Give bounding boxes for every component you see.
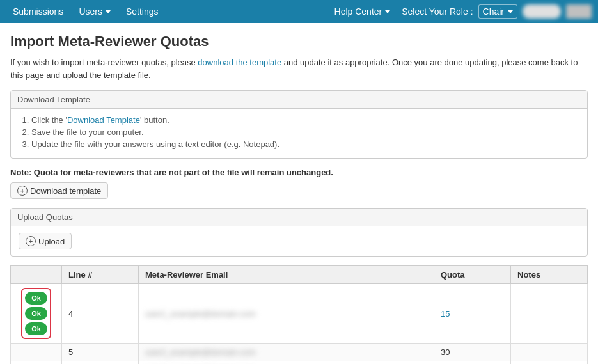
users-nav[interactable]: Users (72, 3, 117, 20)
quotas-table: Line # Meta-Reviewer Email Quota Notes O… (10, 265, 588, 364)
intro-text: If you wish to import meta-reviewer quot… (10, 56, 588, 81)
table-row: Ok Ok Ok 4 user1_example@domain.com 15 (11, 284, 588, 344)
role-dropdown[interactable]: Chair (478, 4, 517, 19)
settings-nav[interactable]: Settings (120, 3, 165, 20)
help-center-nav[interactable]: Help Center (328, 3, 397, 20)
upload-quotas-body: + Upload (11, 226, 587, 256)
quota-cell-3: 20 (434, 361, 511, 365)
status-cell-3 (11, 361, 62, 365)
quota-cell-1: 15 (434, 284, 511, 344)
col-status (11, 266, 62, 284)
notes-cell-2 (511, 344, 588, 361)
main-content: Import Meta-Reviewer Quotas If you wish … (0, 23, 598, 364)
navbar: Submissions Users Settings Help Center S… (0, 0, 598, 23)
ok-badge-wrapper: Ok Ok Ok (21, 288, 51, 339)
col-line: Line # (62, 266, 139, 284)
logout-button[interactable] (566, 4, 592, 19)
download-template-button[interactable]: + Download template (10, 182, 108, 199)
table-body: Ok Ok Ok 4 user1_example@domain.com 15 5… (11, 284, 588, 365)
download-template-panel: Download Template Click the 'Download Te… (10, 90, 588, 159)
table-row: 6 user3_example@domain.com 20 (11, 361, 588, 365)
table-row: 5 user2_example@domain.com 30 (11, 344, 588, 361)
instruction-item: Click the 'Download Template' button. (31, 115, 579, 125)
instruction-item: Update the file with your answers using … (31, 139, 579, 149)
instructions-list: Click the 'Download Template' button. Sa… (31, 115, 579, 149)
upload-circle-icon: + (26, 236, 36, 246)
select-role-label: Select Your Role : (402, 6, 473, 17)
download-template-body: Click the 'Download Template' button. Sa… (11, 109, 587, 158)
ok-badge-2: Ok (25, 307, 47, 320)
download-template-header: Download Template (11, 91, 587, 109)
line-cell-1: 4 (62, 284, 139, 344)
notes-cell-3 (511, 361, 588, 365)
table-header-row: Line # Meta-Reviewer Email Quota Notes (11, 266, 588, 284)
users-caret-icon (106, 10, 111, 13)
line-cell-2: 5 (62, 344, 139, 361)
page-title: Import Meta-Reviewer Quotas (10, 33, 588, 50)
download-link[interactable]: download the template (198, 58, 281, 67)
table-head: Line # Meta-Reviewer Email Quota Notes (11, 266, 588, 284)
email-cell-3: user3_example@domain.com (139, 361, 434, 365)
email-cell-2: user2_example@domain.com (139, 344, 434, 361)
quota-cell-2: 30 (434, 344, 511, 361)
col-notes: Notes (511, 266, 588, 284)
submissions-nav[interactable]: Submissions (6, 3, 70, 20)
line-cell-3: 6 (62, 361, 139, 365)
role-caret-icon (508, 10, 513, 13)
status-cell: Ok Ok Ok (11, 284, 62, 344)
user-pill (523, 4, 561, 19)
status-cell-2 (11, 344, 62, 361)
upload-quotas-header: Upload Quotas (11, 209, 587, 226)
quota-note: Note: Quota for meta-reviewers that are … (10, 168, 588, 177)
upload-quotas-panel: Upload Quotas + Upload (10, 208, 588, 257)
ok-badge-1: Ok (25, 292, 47, 305)
quota-link-1[interactable]: 15 (441, 309, 450, 319)
col-email: Meta-Reviewer Email (139, 266, 434, 284)
col-quota: Quota (434, 266, 511, 284)
ok-badge-3: Ok (25, 322, 47, 335)
navbar-right: Help Center Select Your Role : Chair (328, 3, 592, 20)
email-cell-1: user1_example@domain.com (139, 284, 434, 344)
download-circle-icon: + (17, 186, 28, 196)
notes-cell-1 (511, 284, 588, 344)
help-caret-icon (385, 10, 390, 13)
instruction-item: Save the file to your computer. (31, 127, 579, 137)
download-template-link[interactable]: Download Template (67, 115, 140, 125)
navbar-left: Submissions Users Settings (6, 3, 165, 20)
upload-button[interactable]: + Upload (19, 233, 72, 249)
